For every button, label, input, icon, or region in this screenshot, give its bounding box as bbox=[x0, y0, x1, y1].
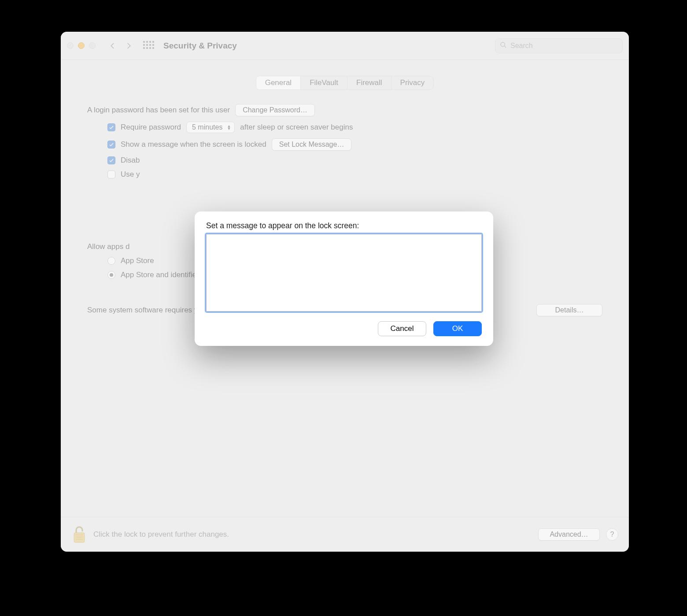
disable-auto-login-label: Disab bbox=[121, 156, 140, 165]
window-footer: Click the lock to prevent further change… bbox=[61, 517, 629, 552]
lock-message-textarea[interactable] bbox=[206, 234, 482, 312]
close-window-button[interactable] bbox=[67, 42, 74, 49]
svg-line-1 bbox=[504, 46, 506, 48]
window-title: Security & Privacy bbox=[163, 41, 237, 51]
show-all-button[interactable] bbox=[143, 41, 153, 51]
show-lock-message-label: Show a message when the screen is locked bbox=[121, 140, 266, 149]
require-password-delay-select[interactable]: 5 minutes ▲▼ bbox=[186, 122, 235, 133]
svg-rect-2 bbox=[74, 533, 85, 542]
window-toolbar: Security & Privacy bbox=[61, 32, 629, 60]
chevron-up-down-icon: ▲▼ bbox=[227, 125, 231, 130]
tabs-row: General FileVault Firewall Privacy bbox=[61, 60, 629, 98]
traffic-lights bbox=[67, 42, 96, 49]
tab-bar: General FileVault Firewall Privacy bbox=[256, 76, 434, 90]
login-password-text: A login password has been set for this u… bbox=[87, 106, 230, 115]
set-lock-message-button[interactable]: Set Lock Message… bbox=[272, 138, 352, 151]
change-password-button[interactable]: Change Password… bbox=[235, 104, 315, 116]
require-password-delay-value: 5 minutes bbox=[192, 123, 222, 131]
svg-point-0 bbox=[501, 42, 505, 46]
search-icon bbox=[500, 41, 507, 50]
minimize-window-button[interactable] bbox=[78, 42, 85, 49]
cancel-button[interactable]: Cancel bbox=[378, 321, 426, 336]
show-lock-message-checkbox[interactable] bbox=[107, 141, 115, 148]
allow-apps-identified-radio[interactable] bbox=[107, 271, 115, 279]
lock-icon[interactable] bbox=[71, 525, 87, 544]
require-password-label-post: after sleep or screen saver begins bbox=[240, 123, 353, 132]
ok-button[interactable]: OK bbox=[433, 321, 482, 336]
use-apple-watch-checkbox[interactable] bbox=[107, 171, 115, 178]
help-button[interactable]: ? bbox=[606, 528, 618, 541]
back-button[interactable] bbox=[109, 42, 117, 50]
use-apple-watch-label: Use y bbox=[121, 170, 140, 179]
set-lock-message-dialog: Set a message to appear on the lock scre… bbox=[195, 212, 493, 346]
zoom-window-button[interactable] bbox=[89, 42, 96, 49]
details-button[interactable]: Details… bbox=[536, 304, 602, 316]
forward-button[interactable] bbox=[125, 42, 133, 50]
allow-apps-appstore-label: App Store bbox=[121, 256, 154, 265]
advanced-button[interactable]: Advanced… bbox=[538, 528, 600, 541]
tab-firewall[interactable]: Firewall bbox=[347, 76, 392, 89]
tab-privacy[interactable]: Privacy bbox=[392, 76, 434, 89]
require-password-label-pre: Require password bbox=[121, 123, 181, 132]
allow-apps-heading: Allow apps d bbox=[87, 242, 129, 251]
require-password-checkbox[interactable] bbox=[107, 123, 115, 131]
search-field[interactable] bbox=[495, 38, 623, 53]
disable-auto-login-checkbox[interactable] bbox=[107, 156, 115, 164]
tab-general[interactable]: General bbox=[256, 76, 301, 89]
nav-buttons bbox=[109, 42, 133, 50]
search-input[interactable] bbox=[510, 42, 618, 50]
dialog-label: Set a message to appear on the lock scre… bbox=[206, 221, 482, 230]
lock-hint-text: Click the lock to prevent further change… bbox=[93, 530, 532, 539]
allow-apps-appstore-radio[interactable] bbox=[107, 257, 115, 265]
tab-filevault[interactable]: FileVault bbox=[301, 76, 347, 89]
